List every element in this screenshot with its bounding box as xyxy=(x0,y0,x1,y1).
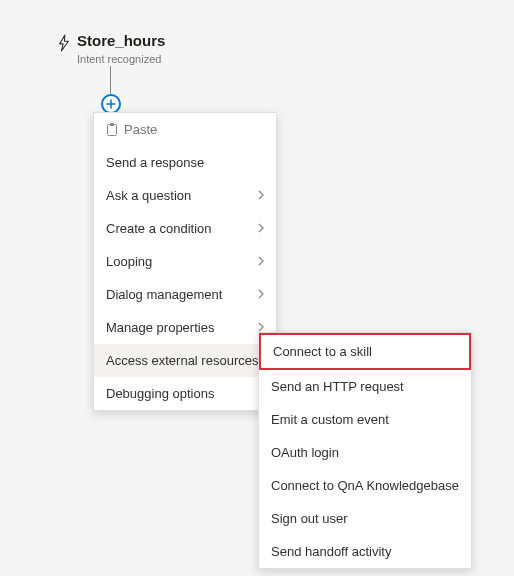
menu-item[interactable]: Looping xyxy=(94,245,276,278)
submenu-item-label: Send handoff activity xyxy=(271,544,391,559)
menu-item[interactable]: Send a response xyxy=(94,146,276,179)
menu-item-label: Ask a question xyxy=(106,188,191,203)
submenu-item-label: Emit a custom event xyxy=(271,412,389,427)
node-subtitle: Intent recognized xyxy=(77,53,165,65)
submenu-access-external: Connect to a skillSend an HTTP requestEm… xyxy=(258,332,472,569)
submenu-item-label: Send an HTTP request xyxy=(271,379,404,394)
chevron-right-icon xyxy=(258,223,264,235)
paste-icon xyxy=(106,123,118,136)
submenu-item-label: Sign out user xyxy=(271,511,348,526)
add-action-button[interactable] xyxy=(101,94,121,114)
lightning-icon xyxy=(57,34,71,52)
menu-item-label: Create a condition xyxy=(106,221,212,236)
menu-item-paste[interactable]: Paste xyxy=(94,113,276,146)
action-menu: Paste Send a responseAsk a questionCreat… xyxy=(93,112,277,411)
menu-item[interactable]: Debugging options xyxy=(94,377,276,410)
submenu-item[interactable]: Send handoff activity xyxy=(259,535,471,568)
node-header: Store_hours xyxy=(57,32,165,52)
submenu-item-label: OAuth login xyxy=(271,445,339,460)
menu-item[interactable]: Manage properties xyxy=(94,311,276,344)
submenu-item[interactable]: Connect to QnA Knowledgebase xyxy=(259,469,471,502)
submenu-item[interactable]: Emit a custom event xyxy=(259,403,471,436)
trigger-node: Store_hours Intent recognized xyxy=(57,32,165,65)
paste-label: Paste xyxy=(124,122,157,137)
svg-rect-0 xyxy=(108,125,117,136)
chevron-right-icon xyxy=(258,256,264,268)
submenu-item[interactable]: Sign out user xyxy=(259,502,471,535)
menu-item-label: Send a response xyxy=(106,155,204,170)
menu-item-label: Access external resources xyxy=(106,353,258,368)
menu-item-label: Debugging options xyxy=(106,386,214,401)
menu-item-label: Dialog management xyxy=(106,287,222,302)
menu-item[interactable]: Ask a question xyxy=(94,179,276,212)
menu-item-label: Manage properties xyxy=(106,320,214,335)
menu-item[interactable]: Create a condition xyxy=(94,212,276,245)
chevron-right-icon xyxy=(258,289,264,301)
menu-item-label: Looping xyxy=(106,254,152,269)
submenu-item-label: Connect to QnA Knowledgebase xyxy=(271,478,459,493)
submenu-item-label: Connect to a skill xyxy=(273,344,372,359)
submenu-item[interactable]: Connect to a skill xyxy=(259,333,471,370)
submenu-item[interactable]: OAuth login xyxy=(259,436,471,469)
chevron-right-icon xyxy=(258,190,264,202)
plus-icon xyxy=(106,99,116,109)
connector-line xyxy=(110,66,111,96)
submenu-item[interactable]: Send an HTTP request xyxy=(259,370,471,403)
node-title: Store_hours xyxy=(77,32,165,49)
menu-item[interactable]: Dialog management xyxy=(94,278,276,311)
menu-item[interactable]: Access external resources xyxy=(94,344,276,377)
